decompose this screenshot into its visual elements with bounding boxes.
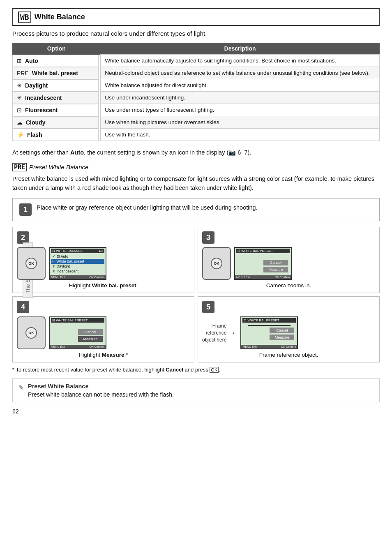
option-name-2: Daylight	[25, 82, 48, 89]
option-icon-3: ✳	[17, 95, 22, 101]
option-name-0: Auto	[25, 58, 38, 64]
step-2-content: OK ⊡ WHITE BALANCE 1/2 ✓ ⊡ Auto ⊢ White …	[17, 247, 190, 280]
option-cell-5: ☁Cloudy	[12, 116, 99, 129]
note-title: Preset White Balance	[28, 383, 174, 390]
note-pencil-icon: ✎	[18, 384, 24, 392]
step-2-cell: 2 OK ⊡ WHITE BALANCE 1/2 ✓ ⊡ Auto ⊢ Whit…	[12, 227, 194, 293]
lcd-cancel-3: Cancel	[263, 260, 288, 265]
step-3-cell: 3 OK ⊡ WHITE BAL PRESET Cancel Measure M…	[198, 227, 380, 293]
lcd-item-preset: ⊢ White bal. preset	[51, 259, 104, 264]
option-cell-4: ⊡Fluorescent	[12, 104, 99, 116]
preset-icon: PRE	[12, 163, 27, 171]
subtitle: Process pictures to produce natural colo…	[12, 30, 380, 37]
lcd-measure-4: Measure	[78, 336, 103, 342]
camera-mockup-3: OK	[202, 247, 231, 280]
lcd-screen-4: ⊡ WHITE BAL PRESET Cancel Measure MENU E…	[49, 316, 106, 349]
lcd-footer-left-2: MENU Exit	[51, 276, 65, 279]
note-content: Preset White Balance Preset white balanc…	[28, 383, 174, 398]
option-name-4: Fluorescent	[25, 107, 58, 113]
lcd-screen-2: ⊡ WHITE BALANCE 1/2 ✓ ⊡ Auto ⊢ White bal…	[49, 247, 106, 280]
description-cell-2: White balance adjusted for direct sunlig…	[101, 79, 380, 92]
frame-label: Framereferenceobject here	[202, 323, 226, 343]
step-number-3: 3	[202, 231, 214, 244]
lcd-item-daylight: ✳ Daylight	[51, 264, 104, 269]
lcd-item-incandescent: ✳ Incandescent	[51, 269, 104, 274]
lcd-screen-3: ⊡ WHITE BAL PRESET Cancel Measure MENU E…	[234, 247, 292, 280]
option-icon-6: ⚡	[17, 132, 24, 138]
page-header: WB White Balance	[12, 8, 380, 26]
ok-button-2: OK	[25, 258, 37, 269]
lcd-options-4: Cancel Measure	[51, 329, 104, 342]
lcd-measure-3: Measure	[263, 267, 288, 272]
option-cell-1: PREWhite bal. preset	[12, 67, 99, 79]
step-3-content: OK ⊡ WHITE BAL PRESET Cancel Measure MEN…	[202, 247, 375, 280]
option-name-3: Incandescent	[25, 95, 62, 101]
step-4-header: 4	[17, 301, 190, 313]
lcd-item-auto: ✓ ⊡ Auto	[51, 254, 104, 259]
footnote: * To restore most recent value for prese…	[12, 367, 380, 373]
option-icon-4: ⊡	[17, 107, 22, 113]
description-cell-0: White balance automatically adjusted to …	[101, 55, 380, 67]
col-option: Option	[12, 43, 101, 55]
table-row: PREWhite bal. presetNeutral-colored obje…	[12, 67, 380, 79]
lcd-footer-left-3: MENU Exit	[236, 276, 250, 279]
ok-inline-icon: OK	[210, 367, 219, 373]
preset-heading-text: Preset White Balance	[29, 164, 88, 171]
lcd-title-3: ⊡ WHITE BAL PRESET	[236, 249, 290, 253]
ok-button-3: OK	[211, 258, 222, 269]
lcd-footer-3: MENU Exit OK Confirm	[235, 275, 291, 279]
table-row: ☁CloudyUse when taking pictures under ov…	[12, 116, 380, 129]
lcd-title-label-5: ⊡ WHITE BAL PRESET	[244, 318, 279, 322]
step-number-1: 1	[19, 203, 32, 216]
lcd-title-2: ⊡ WHITE BALANCE 1/2	[51, 249, 104, 253]
lcd-title-label-2: ⊡ WHITE BALANCE	[52, 249, 83, 253]
lcd-cancel-5: Cancel	[270, 328, 294, 333]
lcd-measure-5: Measure	[270, 335, 294, 340]
body-text: At settings other than Auto, the current…	[12, 148, 380, 157]
step-1-text: Place white or gray reference object und…	[37, 203, 258, 212]
step-4-content: OK ⊡ WHITE BAL PRESET Cancel Measure MEN…	[17, 316, 190, 349]
lcd-title-label-4: ⊡ WHITE BAL PRESET	[52, 318, 88, 322]
lcd-options-3: Cancel Measure	[236, 260, 290, 272]
note-text: Preset white balance can not be measured…	[28, 391, 174, 398]
option-icon-2: ✳	[17, 82, 22, 89]
description-cell-6: Use with the flash.	[101, 129, 380, 141]
steps-grid: 2 OK ⊡ WHITE BALANCE 1/2 ✓ ⊡ Auto ⊢ Whit…	[12, 227, 380, 362]
option-cell-0: ⊞Auto	[12, 55, 99, 67]
step-4-caption: Highlight Measure.*	[17, 352, 190, 358]
table-row: ⊞AutoWhite balance automatically adjuste…	[12, 55, 380, 67]
lcd-footer-2: MENU Exit OK Confirm	[50, 275, 106, 279]
lcd-title-4: ⊡ WHITE BAL PRESET	[51, 318, 104, 323]
step-number-4: 4	[17, 301, 29, 313]
lcd-title-label-3: ⊡ WHITE BAL PRESET	[238, 249, 273, 253]
lcd-footer-5: MENU Exit OK Confirm	[241, 345, 297, 348]
page-number: 62	[12, 408, 380, 415]
lcd-footer-left-5: MENU Exit	[242, 345, 256, 348]
step-4-cell: 4 OK ⊡ WHITE BAL PRESET Cancel Measure M…	[12, 296, 194, 362]
option-cell-6: ⚡Flash	[12, 129, 99, 141]
page-title: White Balance	[35, 13, 85, 21]
option-name-5: Cloudy	[26, 119, 45, 126]
option-icon-5: ☁	[17, 119, 23, 126]
option-name-1: White bal. preset	[32, 70, 78, 76]
step-2-header: 2	[17, 231, 190, 244]
description-cell-3: Use under incandescent lighting.	[101, 92, 380, 104]
option-name-6: Flash	[27, 132, 42, 138]
step-1: 1 Place white or gray reference object u…	[12, 198, 380, 221]
lcd-footer-left-4: MENU Exit	[51, 345, 65, 348]
lcd-footer-right-5: OK Confirm	[281, 345, 296, 348]
frame-line	[248, 325, 291, 326]
step-2-caption: Highlight White bal. preset.	[17, 282, 190, 288]
table-row: ⊡FluorescentUse under most types of fluo…	[12, 104, 380, 116]
lcd-footer-right-3: OK Confirm	[274, 276, 290, 279]
option-cell-3: ✳Incandescent	[12, 92, 99, 104]
option-icon-1: PRE	[17, 70, 29, 76]
col-description: Description	[101, 43, 380, 55]
wb-icon: WB	[18, 12, 31, 23]
table-row: ✳IncandescentUse under incandescent ligh…	[12, 92, 380, 104]
option-icon-0: ⊞	[17, 58, 22, 64]
preset-section-heading: PRE Preset White Balance	[12, 163, 380, 171]
lcd-page-2: 1/2	[99, 249, 103, 253]
ok-button-4: OK	[25, 327, 37, 339]
wb-table: Option Description ⊞AutoWhite balance au…	[12, 43, 380, 141]
